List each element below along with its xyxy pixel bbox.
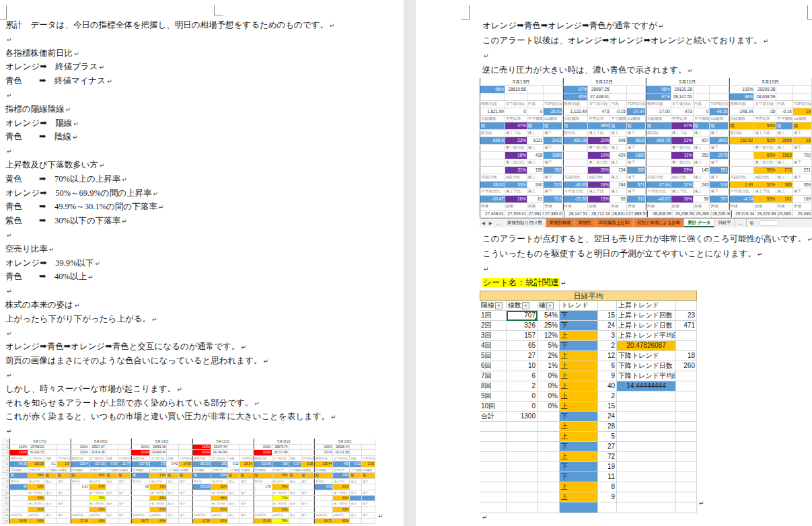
value-cell: 1883 <box>627 152 646 159</box>
stats-cell <box>676 482 697 492</box>
value-cell: 1,122.49 <box>564 108 589 115</box>
paragraph-text: オレンジ➡ 陽線 <box>5 118 72 128</box>
stats-cell: 0% <box>538 381 560 391</box>
stats-cell <box>538 452 560 462</box>
date-block: -30.4716%61313 <box>480 196 563 202</box>
column-header-cell: 終値 <box>647 203 671 210</box>
date-block: -699.523%10213433 <box>480 137 563 144</box>
stats-row: 下11 <box>480 472 697 482</box>
stats-cell <box>507 492 538 502</box>
column-header-cell: 東二前日比 <box>588 159 610 166</box>
column-header-cell: 値上 <box>45 501 57 506</box>
paragraph-line: こういったものを駆使すると明日の予測が立てやすいことになります。↵ <box>482 246 812 261</box>
stats-cell: 6 <box>598 361 617 371</box>
value-cell <box>350 484 362 489</box>
left-page-body-text: 累計 データは、今日の指標全体を把握し、明日の相場予想をするためのものです。↵↵… <box>5 18 336 438</box>
pilcrow-mark: ↵ <box>73 120 79 127</box>
stats-cell: 24 <box>598 412 617 422</box>
date-block: JQ前日比jq前日比値上値下 <box>646 174 729 181</box>
date-block: 1,122.49473-0.15-27.97 <box>563 108 647 115</box>
paragraph-line: ↵ <box>5 326 336 340</box>
column-header-cell: 値上下比 <box>333 479 350 484</box>
value-cell: 27,961.96 <box>527 211 544 217</box>
value-cell: -228.4 <box>71 461 89 466</box>
value-cell: 88% <box>211 496 228 500</box>
trend-cell: 下 <box>560 472 598 482</box>
paragraph-text: このアラート以後は、オレンジ➡オレンジ➡オレンジと続いております。 <box>482 36 762 45</box>
column-header-cell: 値下 <box>118 490 132 495</box>
value-cell: 29527.67 <box>89 445 106 449</box>
stats-cell <box>676 462 697 472</box>
value-cell: 22% <box>588 137 610 144</box>
document-page-right[interactable]: オレンジ➡青色➡オレンジ➡青色が通常ですが↵このアラート以後は、オレンジ➡オレン… <box>416 0 812 526</box>
date-block: 17.2862% <box>192 519 254 523</box>
value-cell: 29120.28 <box>671 86 694 93</box>
date-block: 日経陽陰空売比率マザ陽陰top陽陰 <box>71 467 132 472</box>
value-cell: 28976.74 <box>272 445 289 449</box>
date-block: 31%155352 <box>480 167 563 174</box>
value-cell: 0.42 <box>167 461 179 466</box>
document-page-left[interactable]: 累計 データは、今日の指標全体を把握し、明日の相場予想をするためのものです。↵↵… <box>0 0 404 526</box>
column-header-cell: 東二前日比 <box>150 501 167 506</box>
value-cell: 285 <box>211 461 228 466</box>
value-cell: 30,216.75 <box>28 450 45 455</box>
date-block: 日経陽陰空売比率マザ陽陰top陽陰 <box>131 467 192 472</box>
trend-cell: 上 <box>560 331 598 341</box>
date-block: 83% <box>254 507 315 512</box>
value-cell: 385 <box>776 182 793 188</box>
value-cell: 陽 <box>179 473 192 478</box>
column-header-cell <box>480 145 505 151</box>
sheet-row: 1183%70%82%88%71%82% <box>1 496 375 501</box>
value-cell: 陽 <box>45 473 57 478</box>
stats-cell: 0% <box>538 391 560 402</box>
date-block: 陽59%陰陽 <box>729 122 812 129</box>
sheet-row: 東二前日比値上値下東二前日比値上値下東二前日比値上値下東二前日比値上値下 <box>480 159 812 167</box>
column-header-cell: ダウ前日比 <box>89 456 106 461</box>
stats-cell: 19 <box>598 462 617 472</box>
value-cell: 陰 <box>627 122 646 129</box>
stats-cell: 54% <box>538 311 560 321</box>
date-block: 陰38%陽陽 <box>9 473 71 478</box>
column-header-cell: 値上 <box>527 159 544 166</box>
column-header-cell: 日経陽陰 <box>480 116 505 122</box>
column-header-cell: 値下 <box>240 501 254 506</box>
sheet-row: 1,821.9900-28.911,122.49473-0.15-27.97-1… <box>480 108 812 116</box>
value-cell: -27.84 <box>647 182 671 188</box>
value-cell: 28,712.10 <box>589 211 612 217</box>
column-header-cell: マザ陽陰 <box>350 467 362 472</box>
margin-crop-mark <box>214 5 223 15</box>
sheet-row: 7陰38%陽陽陽36%陽陽陰41%陽陽陰43%陽陽陽39%陽陽陽45%陽陽 <box>1 473 375 478</box>
column-header-cell: 値下 <box>793 159 812 166</box>
column-header-cell: 値下 <box>179 490 192 495</box>
pilcrow-mark: ↵ <box>153 190 158 197</box>
paragraph-text: 黄色 ➡ 70%以上の上昇率 <box>5 174 120 184</box>
value-cell: 155 <box>527 167 544 174</box>
value-cell: -699.5 <box>480 137 505 144</box>
sheet-row: 10東一前日比値上値下東一前日比値上値下東一前日比値上値下東一前日比値上値下東一… <box>1 490 375 496</box>
value-cell: 29147.44 <box>211 445 228 449</box>
column-header-cell <box>10 501 28 506</box>
column-header-cell: 空売比率 <box>754 116 776 122</box>
value-cell: -473 <box>671 108 694 115</box>
paragraph-line: オレンジ➡青色➡オレンジ➡青色と交互になるのが通常です。↵ <box>5 340 336 354</box>
value-cell: 29,814.38 <box>89 450 106 455</box>
value-cell <box>240 519 254 523</box>
column-header-cell: 値下 <box>710 145 729 151</box>
column-header-cell <box>254 490 272 495</box>
value-cell <box>118 507 132 512</box>
date-block: 前日比値上下比値上値下 <box>131 479 192 484</box>
paragraph-line: 紫色 ➡ 30%以下の下落率↵ <box>5 214 336 228</box>
column-header-cell: JQ前日比 <box>71 513 89 517</box>
embedded-sheet-screenshot-small: 15月17日5月16日5月13日5月12日5月11日5月10日2101%2970… <box>1 439 375 524</box>
value-cell <box>193 507 211 512</box>
stats-header-cell: 陽線▼ <box>480 301 507 311</box>
value-cell <box>240 484 254 489</box>
column-header-cell: マザ陽陰 <box>289 467 301 472</box>
pilcrow-mark: ↵ <box>561 280 566 287</box>
sheet-row: 東一前日比値上値下東一前日比値上値下東一前日比値上値下東一前日比値上値下 <box>480 145 812 152</box>
value-cell: 81% <box>333 484 350 489</box>
value-cell <box>167 519 179 523</box>
value-cell: 29708.22 <box>28 445 45 449</box>
value-cell: 16 <box>793 137 812 144</box>
column-header-cell: TOP前日比 <box>710 101 729 108</box>
